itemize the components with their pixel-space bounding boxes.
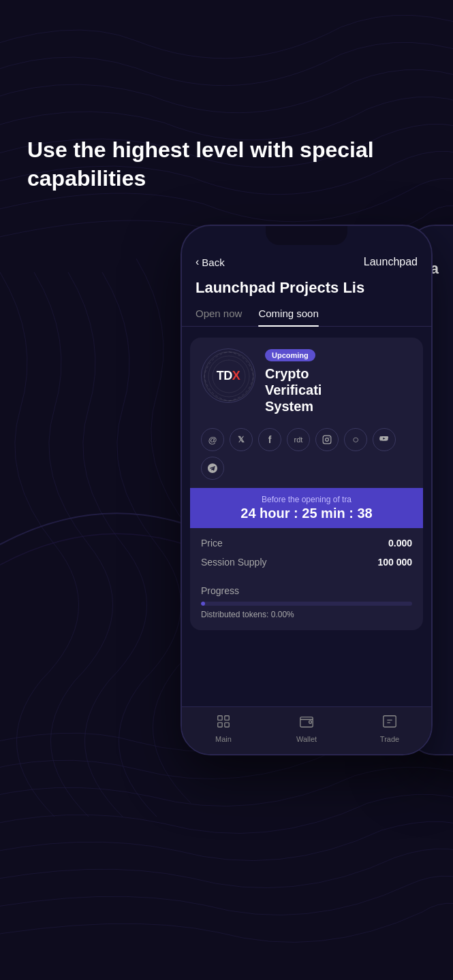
main-label: Main [215,735,232,743]
page-title: Launchpad Projects Lis [182,276,431,308]
trade-icon [382,714,397,732]
countdown-time: 24 hour : 25 min : 38 [201,506,412,521]
project-name-line3: System [265,399,313,414]
countdown-bar: Before the opening of tra 24 hour : 25 m… [190,488,423,528]
nav-trade[interactable]: Trade [348,714,431,743]
supply-label: Session Supply [201,557,267,568]
project-logo: TDX [201,348,255,403]
social-mention-icon[interactable]: @ [201,428,224,451]
social-reddit-icon[interactable]: rdt [287,428,310,451]
project-details: Price 0.000 Session Supply 100 000 [190,528,423,585]
project-name-line2: Verificati [265,382,322,397]
social-twitter-icon[interactable]: 𝕏 [230,428,253,451]
bottom-navigation: Main Wallet [182,706,431,754]
header-title: Launchpad [364,256,418,268]
svg-rect-3 [323,436,331,444]
nav-wallet[interactable]: Wallet [265,714,348,743]
price-value: 0.000 [388,538,412,549]
svg-rect-9 [218,723,222,727]
main-phone: ‹ Back Launchpad Launchpad Projects Lis … [181,225,433,755]
wallet-icon [299,714,314,732]
progress-bar-fill [201,602,205,606]
tab-open-now[interactable]: Open now [196,308,242,326]
social-more-icon[interactable]: ○ [344,428,367,451]
upcoming-badge: Upcoming [265,349,315,361]
svg-point-4 [326,438,329,442]
countdown-label: Before the opening of tra [201,495,412,504]
svg-rect-8 [225,716,229,720]
progress-bar-background [201,602,412,606]
back-chevron-icon: ‹ [196,256,199,268]
project-header: TDX Upcoming Crypto Verificati System [190,338,423,425]
svg-rect-11 [300,717,313,728]
nav-main[interactable]: Main [182,714,265,743]
phone-screen: ‹ Back Launchpad Launchpad Projects Lis … [182,226,431,754]
svg-rect-13 [384,716,396,728]
svg-point-5 [329,437,330,438]
detail-row-price: Price 0.000 [201,538,412,549]
social-instagram-icon[interactable] [315,428,339,451]
main-icon [216,714,231,732]
svg-rect-7 [218,716,222,720]
headline: Use the highest level with special capab… [27,136,426,193]
svg-rect-10 [225,723,229,727]
trade-label: Trade [380,735,399,743]
back-button[interactable]: ‹ Back [196,256,225,268]
back-label: Back [202,257,224,268]
svg-rect-12 [309,721,312,723]
project-card: TDX Upcoming Crypto Verificati System @ … [190,338,423,630]
tabs-row: Open now Coming soon [182,308,431,327]
supply-value: 100 000 [377,557,412,568]
social-youtube-icon[interactable] [373,428,396,451]
detail-row-supply: Session Supply 100 000 [201,557,412,568]
distributed-text: Distributed tokens: 0.00% [201,610,412,619]
social-icons-row: @ 𝕏 f rdt ○ [190,425,423,488]
logo-text: TDX [217,369,240,383]
phone-notch [266,226,347,245]
progress-section: Progress Distributed tokens: 0.00% [190,585,423,630]
price-label: Price [201,538,223,549]
tab-coming-soon[interactable]: Coming soon [258,308,318,326]
project-info: Upcoming Crypto Verificati System [265,348,412,414]
social-facebook-icon[interactable]: f [258,428,281,451]
project-name-line1: Crypto [265,366,309,381]
project-name: Crypto Verificati System [265,365,412,414]
social-telegram-icon[interactable] [201,457,224,480]
progress-title: Progress [201,585,412,596]
wallet-label: Wallet [296,735,317,743]
